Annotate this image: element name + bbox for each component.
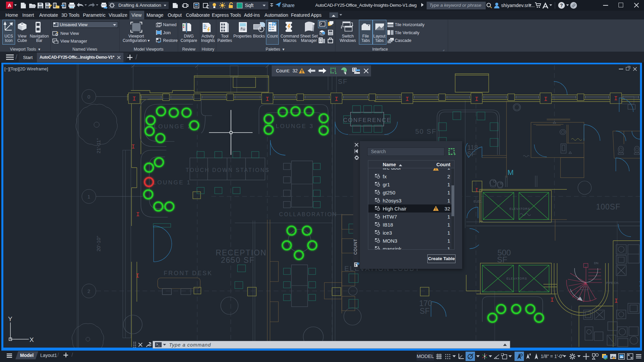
svg-text:20'-10": 20'-10" bbox=[96, 236, 101, 252]
svg-text:X: X bbox=[30, 336, 34, 343]
svg-text:I: I bbox=[136, 272, 139, 280]
svg-text:I: I bbox=[475, 187, 478, 193]
svg-text:SF: SF bbox=[497, 255, 507, 264]
svg-text:LOUNGE 1: LOUNGE 1 bbox=[153, 179, 191, 186]
svg-text:ELEVATORS: ELEVATORS bbox=[506, 277, 527, 280]
svg-text:I: I bbox=[475, 96, 478, 103]
svg-text:I: I bbox=[132, 95, 136, 103]
svg-text:ELEVATORS: ELEVATORS bbox=[509, 207, 530, 210]
svg-text:I: I bbox=[265, 96, 269, 103]
svg-text:SF: SF bbox=[467, 150, 476, 158]
svg-text:TOUCH DOWN STATIONS: TOUCH DOWN STATIONS bbox=[186, 167, 270, 173]
svg-text:I: I bbox=[550, 296, 554, 304]
svg-text:2650 SF: 2650 SF bbox=[221, 256, 255, 264]
svg-text:SF: SF bbox=[338, 78, 348, 85]
svg-text:CONFERENCE: CONFERENCE bbox=[343, 117, 391, 123]
svg-text:FRONT DESK: FRONT DESK bbox=[164, 270, 213, 277]
svg-text:I: I bbox=[544, 96, 547, 103]
svg-text:COLLABORATION: COLLABORATION bbox=[279, 212, 337, 217]
svg-text:I: I bbox=[136, 211, 140, 218]
svg-text:LOUNGE 2: LOUNGE 2 bbox=[154, 123, 192, 130]
svg-text:I: I bbox=[334, 96, 338, 103]
svg-text:LOUNGE 3: LOUNGE 3 bbox=[276, 123, 314, 129]
svg-text:50 SF: 50 SF bbox=[415, 128, 436, 135]
svg-text:1: 1 bbox=[88, 194, 90, 199]
svg-text:I: I bbox=[614, 95, 618, 102]
svg-text:I: I bbox=[131, 143, 135, 150]
svg-text:I: I bbox=[405, 96, 409, 103]
svg-text:DN: DN bbox=[594, 261, 598, 265]
svg-text:ELEC.: ELEC. bbox=[474, 200, 482, 203]
svg-text:100SF: 100SF bbox=[596, 202, 621, 211]
svg-text:M: M bbox=[507, 168, 514, 177]
svg-text:SF: SF bbox=[420, 307, 429, 315]
svg-text:Y: Y bbox=[8, 315, 12, 322]
svg-text:2: 2 bbox=[88, 288, 90, 294]
svg-text:0: 0 bbox=[88, 94, 90, 100]
svg-text:PIPE CH.: PIPE CH. bbox=[606, 281, 619, 285]
svg-text:I: I bbox=[614, 297, 618, 305]
svg-text:21'-11": 21'-11" bbox=[96, 138, 101, 153]
